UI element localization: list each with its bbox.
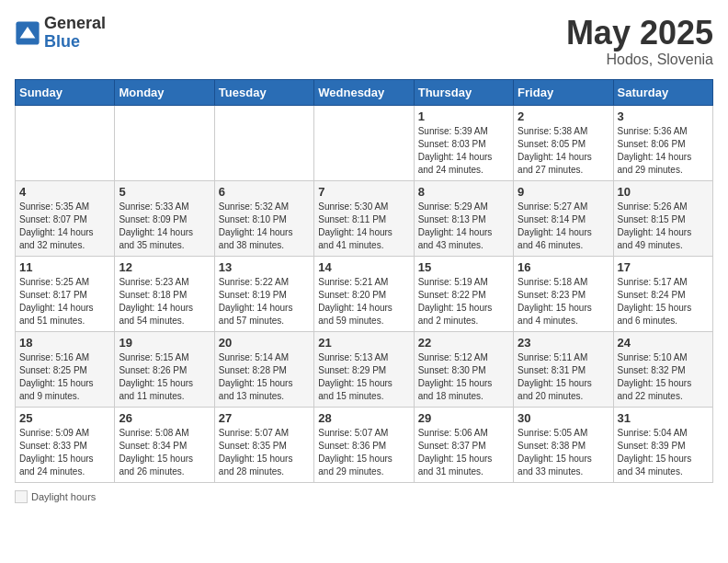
calendar-cell: 14Sunrise: 5:21 AM Sunset: 8:20 PM Dayli… <box>314 256 414 331</box>
day-number: 14 <box>318 260 409 274</box>
day-sun-info: Sunrise: 5:18 AM Sunset: 8:23 PM Dayligh… <box>518 276 609 327</box>
logo-blue-text: Blue <box>44 33 106 52</box>
day-of-week-header: Tuesday <box>214 79 313 105</box>
day-number: 31 <box>618 411 709 425</box>
day-sun-info: Sunrise: 5:05 AM Sunset: 8:38 PM Dayligh… <box>518 427 609 478</box>
calendar-cell: 17Sunrise: 5:17 AM Sunset: 8:24 PM Dayli… <box>613 256 712 331</box>
location: Hodos, Slovenia <box>566 52 713 68</box>
day-of-week-header: Friday <box>514 79 613 105</box>
day-number: 26 <box>119 411 210 425</box>
day-sun-info: Sunrise: 5:27 AM Sunset: 8:14 PM Dayligh… <box>518 201 609 252</box>
day-sun-info: Sunrise: 5:08 AM Sunset: 8:34 PM Dayligh… <box>119 427 210 478</box>
calendar-cell: 21Sunrise: 5:13 AM Sunset: 8:29 PM Dayli… <box>314 331 414 407</box>
day-sun-info: Sunrise: 5:19 AM Sunset: 8:22 PM Dayligh… <box>418 276 509 327</box>
logo-general-text: General <box>44 15 106 33</box>
calendar-cell: 22Sunrise: 5:12 AM Sunset: 8:30 PM Dayli… <box>414 331 513 407</box>
day-sun-info: Sunrise: 5:15 AM Sunset: 8:26 PM Dayligh… <box>119 351 210 403</box>
calendar-cell: 31Sunrise: 5:04 AM Sunset: 8:39 PM Dayli… <box>613 407 712 482</box>
day-number: 7 <box>318 185 409 199</box>
day-number: 10 <box>618 185 709 199</box>
day-sun-info: Sunrise: 5:25 AM Sunset: 8:17 PM Dayligh… <box>19 276 110 327</box>
day-number: 24 <box>618 336 709 350</box>
day-sun-info: Sunrise: 5:23 AM Sunset: 8:18 PM Dayligh… <box>119 276 210 327</box>
calendar-cell: 15Sunrise: 5:19 AM Sunset: 8:22 PM Dayli… <box>414 256 513 331</box>
title-section: May 2025 Hodos, Slovenia <box>566 15 713 68</box>
calendar-cell <box>214 105 313 180</box>
calendar-cell: 2Sunrise: 5:38 AM Sunset: 8:05 PM Daylig… <box>514 105 613 180</box>
calendar-cell <box>115 105 214 180</box>
day-sun-info: Sunrise: 5:13 AM Sunset: 8:29 PM Dayligh… <box>318 351 409 403</box>
calendar-cell: 19Sunrise: 5:15 AM Sunset: 8:26 PM Dayli… <box>115 331 214 407</box>
calendar-cell: 27Sunrise: 5:07 AM Sunset: 8:35 PM Dayli… <box>214 407 313 482</box>
calendar-cell: 20Sunrise: 5:14 AM Sunset: 8:28 PM Dayli… <box>214 331 313 407</box>
calendar-cell: 16Sunrise: 5:18 AM Sunset: 8:23 PM Dayli… <box>514 256 613 331</box>
day-sun-info: Sunrise: 5:16 AM Sunset: 8:25 PM Dayligh… <box>19 351 110 403</box>
day-number: 6 <box>219 185 310 199</box>
calendar-cell: 8Sunrise: 5:29 AM Sunset: 8:13 PM Daylig… <box>414 180 513 256</box>
daylight-legend: Daylight hours <box>15 490 96 503</box>
daylight-label: Daylight hours <box>31 491 96 502</box>
calendar-cell: 9Sunrise: 5:27 AM Sunset: 8:14 PM Daylig… <box>514 180 613 256</box>
day-sun-info: Sunrise: 5:09 AM Sunset: 8:33 PM Dayligh… <box>19 427 110 478</box>
day-number: 23 <box>518 336 609 350</box>
day-number: 18 <box>19 336 110 350</box>
day-number: 4 <box>19 185 110 199</box>
day-sun-info: Sunrise: 5:33 AM Sunset: 8:09 PM Dayligh… <box>119 201 210 252</box>
day-number: 20 <box>219 336 310 350</box>
day-of-week-header: Sunday <box>16 79 115 105</box>
day-number: 13 <box>219 260 310 274</box>
day-number: 16 <box>518 260 609 274</box>
day-number: 17 <box>618 260 709 274</box>
calendar-cell: 7Sunrise: 5:30 AM Sunset: 8:11 PM Daylig… <box>314 180 414 256</box>
calendar-cell: 24Sunrise: 5:10 AM Sunset: 8:32 PM Dayli… <box>613 331 712 407</box>
calendar-cell: 13Sunrise: 5:22 AM Sunset: 8:19 PM Dayli… <box>214 256 313 331</box>
calendar-cell: 3Sunrise: 5:36 AM Sunset: 8:06 PM Daylig… <box>613 105 712 180</box>
day-sun-info: Sunrise: 5:11 AM Sunset: 8:31 PM Dayligh… <box>518 351 609 403</box>
calendar-week-row: 4Sunrise: 5:35 AM Sunset: 8:07 PM Daylig… <box>16 180 713 256</box>
day-number: 30 <box>518 411 609 425</box>
calendar-cell: 5Sunrise: 5:33 AM Sunset: 8:09 PM Daylig… <box>115 180 214 256</box>
calendar-table: SundayMondayTuesdayWednesdayThursdayFrid… <box>15 79 713 483</box>
day-number: 25 <box>19 411 110 425</box>
calendar-cell: 12Sunrise: 5:23 AM Sunset: 8:18 PM Dayli… <box>115 256 214 331</box>
calendar-cell: 29Sunrise: 5:06 AM Sunset: 8:37 PM Dayli… <box>414 407 513 482</box>
logo: General Blue <box>15 15 106 52</box>
day-number: 11 <box>19 260 110 274</box>
day-number: 19 <box>119 336 210 350</box>
calendar-week-row: 1Sunrise: 5:39 AM Sunset: 8:03 PM Daylig… <box>16 105 713 180</box>
day-sun-info: Sunrise: 5:35 AM Sunset: 8:07 PM Dayligh… <box>19 201 110 252</box>
day-sun-info: Sunrise: 5:38 AM Sunset: 8:05 PM Dayligh… <box>518 125 609 177</box>
calendar-cell: 30Sunrise: 5:05 AM Sunset: 8:38 PM Dayli… <box>514 407 613 482</box>
day-number: 2 <box>518 109 609 123</box>
day-sun-info: Sunrise: 5:21 AM Sunset: 8:20 PM Dayligh… <box>318 276 409 327</box>
day-number: 12 <box>119 260 210 274</box>
calendar-cell: 25Sunrise: 5:09 AM Sunset: 8:33 PM Dayli… <box>16 407 115 482</box>
calendar-week-row: 18Sunrise: 5:16 AM Sunset: 8:25 PM Dayli… <box>16 331 713 407</box>
month-title: May 2025 <box>566 15 713 52</box>
day-sun-info: Sunrise: 5:17 AM Sunset: 8:24 PM Dayligh… <box>618 276 709 327</box>
day-sun-info: Sunrise: 5:29 AM Sunset: 8:13 PM Dayligh… <box>418 201 509 252</box>
day-number: 29 <box>418 411 509 425</box>
calendar-cell: 18Sunrise: 5:16 AM Sunset: 8:25 PM Dayli… <box>16 331 115 407</box>
page-header: General Blue May 2025 Hodos, Slovenia <box>15 15 713 68</box>
day-number: 27 <box>219 411 310 425</box>
day-number: 1 <box>418 109 509 123</box>
calendar-cell: 11Sunrise: 5:25 AM Sunset: 8:17 PM Dayli… <box>16 256 115 331</box>
day-of-week-header: Saturday <box>613 79 712 105</box>
day-sun-info: Sunrise: 5:32 AM Sunset: 8:10 PM Dayligh… <box>219 201 310 252</box>
day-sun-info: Sunrise: 5:12 AM Sunset: 8:30 PM Dayligh… <box>418 351 509 403</box>
day-sun-info: Sunrise: 5:07 AM Sunset: 8:35 PM Dayligh… <box>219 427 310 478</box>
calendar-cell: 26Sunrise: 5:08 AM Sunset: 8:34 PM Dayli… <box>115 407 214 482</box>
day-number: 5 <box>119 185 210 199</box>
calendar-cell: 10Sunrise: 5:26 AM Sunset: 8:15 PM Dayli… <box>613 180 712 256</box>
calendar-cell <box>16 105 115 180</box>
day-sun-info: Sunrise: 5:22 AM Sunset: 8:19 PM Dayligh… <box>219 276 310 327</box>
calendar-cell: 28Sunrise: 5:07 AM Sunset: 8:36 PM Dayli… <box>314 407 414 482</box>
day-sun-info: Sunrise: 5:10 AM Sunset: 8:32 PM Dayligh… <box>618 351 709 403</box>
calendar-week-row: 25Sunrise: 5:09 AM Sunset: 8:33 PM Dayli… <box>16 407 713 482</box>
day-of-week-header: Wednesday <box>314 79 414 105</box>
day-sun-info: Sunrise: 5:39 AM Sunset: 8:03 PM Dayligh… <box>418 125 509 177</box>
day-sun-info: Sunrise: 5:07 AM Sunset: 8:36 PM Dayligh… <box>318 427 409 478</box>
day-sun-info: Sunrise: 5:36 AM Sunset: 8:06 PM Dayligh… <box>618 125 709 177</box>
day-of-week-header: Monday <box>115 79 214 105</box>
